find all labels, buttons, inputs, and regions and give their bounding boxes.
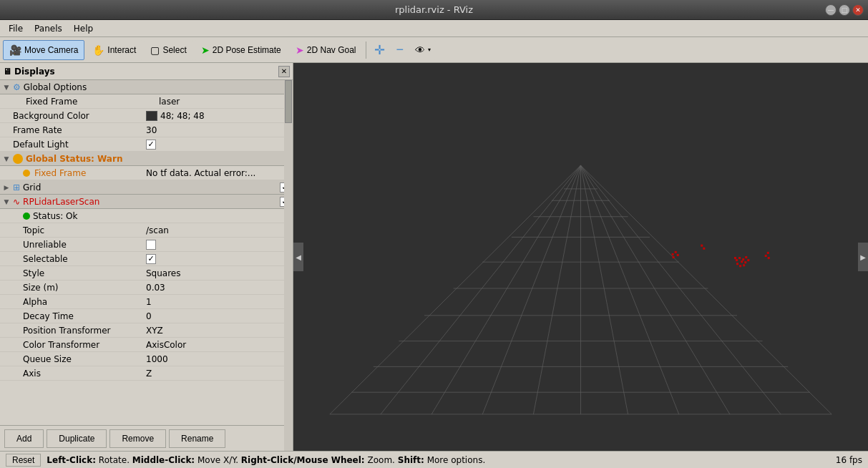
alpha-value[interactable]: 1 [143,296,293,308]
camera2-button[interactable]: 👁 ▾ [410,40,436,60]
menu-help[interactable]: Help [68,22,99,35]
global-status-label: Global Status: Warn [26,154,122,164]
background-color-value[interactable]: 48; 48; 48 [143,110,293,122]
grid-header[interactable]: ▶ ⊞ Grid [0,180,293,195]
duplicate-button[interactable]: Duplicate [47,429,107,448]
global-options-header[interactable]: ▼ ⚙ Global Options [0,80,293,94]
fixed-frame-key: Fixed Frame [13,96,156,107]
statusbar: Reset Left-Click: Rotate. Middle-Click: … [0,451,868,468]
color-transformer-key: Color Transformer [0,339,143,351]
minus-icon: − [396,42,404,57]
frame-rate-key: Frame Rate [0,125,143,136]
panel-buttons: Add Duplicate Remove Rename [0,425,293,451]
rplidar-header[interactable]: ▼ ∿ RPLidarLaserScan [0,195,293,209]
close-button[interactable]: ✕ [852,4,864,16]
color-transformer-value[interactable]: AxisColor [143,339,293,351]
fixed-frame-value[interactable]: laser [156,96,293,107]
position-transformer-key: Position Transformer [0,325,143,336]
alpha-key: Alpha [0,296,143,308]
selectable-checkbox[interactable] [146,254,156,264]
scrollbar-thumb[interactable] [285,80,292,123]
queue-size-key: Queue Size [0,354,143,365]
menubar: File Panels Help [0,20,868,37]
unreliable-row: Unreliable [0,238,293,252]
selectable-value[interactable] [143,253,293,265]
displays-tree[interactable]: ▼ ⚙ Global Options Fixed Frame laser Bac… [0,80,293,425]
select-button[interactable]: ▢ Select [144,40,192,60]
default-light-row: Default Light [0,137,293,152]
plus-button[interactable]: ✛ [369,40,390,60]
right-click-label: Right-Click/Mouse Wheel: [241,455,365,465]
default-light-checkbox[interactable] [146,140,156,150]
fixed-frame-error-row: Fixed Frame No tf data. Actual error:... [0,166,293,180]
svg-rect-26 [673,256,675,258]
warn-status-icon [13,154,23,164]
menu-panels[interactable]: Panels [29,22,68,35]
status-ok-value [143,215,293,217]
panel-close-button[interactable]: ✕ [278,66,290,77]
global-status-header[interactable]: ▼ Global Status: Warn [0,152,293,166]
style-row: Style Squares [0,266,293,281]
main-area: 🖥 Displays ✕ ▼ ⚙ Global Options Fixed Fr… [0,63,868,451]
unreliable-value[interactable] [143,239,293,250]
2d-nav-button[interactable]: ➤ 2D Nav Goal [289,40,363,60]
interact-icon: ✋ [92,44,104,56]
viewport[interactable]: ◀ ▶ [293,63,868,451]
3d-viewport-canvas [293,63,868,451]
svg-rect-23 [672,253,674,255]
minimize-button[interactable]: — [825,4,837,16]
expand-right-handle[interactable]: ▶ [858,243,868,271]
reset-button[interactable]: Reset [6,454,41,467]
background-color-swatch [146,111,157,121]
move-camera-button[interactable]: 🎥 Move Camera [3,40,84,60]
select-label: Select [162,45,186,55]
minus-button[interactable]: − [391,40,409,60]
frame-rate-value[interactable]: 30 [143,125,293,136]
topic-value[interactable]: /scan [143,225,293,236]
remove-button[interactable]: Remove [109,429,166,448]
menu-file[interactable]: File [3,22,29,35]
default-light-value[interactable] [143,139,293,150]
decay-time-row: Decay Time 0 [0,309,293,323]
queue-size-value[interactable]: 1000 [143,354,293,365]
axis-row: Axis Z [0,366,293,381]
global-options-label: Global Options [24,82,87,92]
grid-label: Grid [23,182,41,192]
add-button[interactable]: Add [4,429,44,448]
camera-icon: 🎥 [9,44,21,56]
svg-rect-27 [701,245,703,247]
axis-value[interactable]: Z [143,368,293,379]
svg-rect-36 [743,264,745,266]
style-value[interactable]: Squares [143,268,293,279]
decay-time-value[interactable]: 0 [143,311,293,322]
unreliable-checkbox[interactable] [146,240,156,250]
2d-pose-button[interactable]: ➤ 2D Pose Estimate [195,40,288,60]
dropdown-arrow: ▾ [428,47,431,53]
position-transformer-value[interactable]: XYZ [143,325,293,336]
grid-icon: ⊞ [13,182,20,192]
shift-label: Shift: [398,455,424,465]
interact-button[interactable]: ✋ Interact [86,40,142,60]
svg-rect-32 [736,263,738,265]
window-controls: — □ ✕ [825,4,864,16]
rename-button[interactable]: Rename [169,429,225,448]
svg-rect-28 [703,248,705,250]
size-value[interactable]: 0.03 [143,282,293,293]
svg-rect-39 [734,257,736,259]
queue-size-row: Queue Size 1000 [0,352,293,366]
2d-pose-label: 2D Pose Estimate [213,45,281,55]
svg-rect-38 [747,259,749,261]
background-color-key: Background Color [0,110,143,122]
scrollbar-track[interactable] [284,80,293,451]
collapse-left-handle[interactable]: ◀ [293,243,303,271]
maximize-button[interactable]: □ [839,4,850,16]
warn-icon-small [23,170,30,177]
window-title: rplidar.rviz - RViz [395,4,473,15]
expand-arrow: ▼ [3,84,10,91]
displays-label: Displays [14,67,55,77]
middle-click-label: Middle-Click: [132,455,195,465]
svg-rect-37 [745,256,747,258]
camera2-icon: 👁 [415,44,425,56]
panel-title: 🖥 Displays [3,67,55,77]
fixed-frame-error-value: No tf data. Actual error:... [143,167,293,179]
